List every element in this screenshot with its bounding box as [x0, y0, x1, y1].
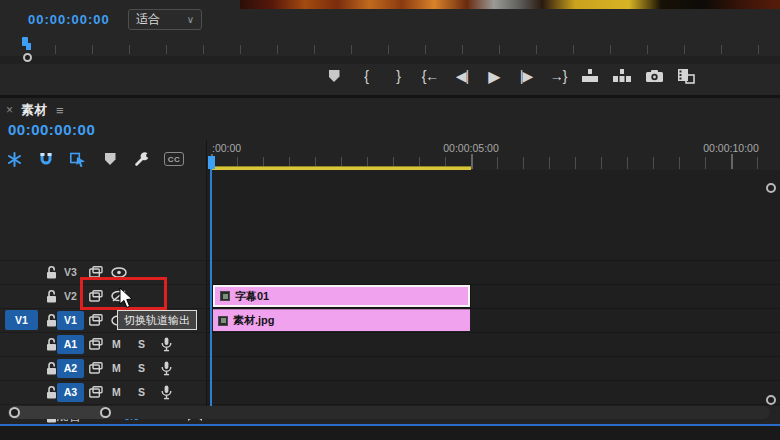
program-monitor-section: 00:00:00:00 适合 ∨ { } {← ◀| ▶ |▶ →}: [0, 0, 780, 95]
track-button-a3[interactable]: A3: [57, 383, 84, 402]
go-to-out-button[interactable]: →}: [549, 65, 567, 87]
mark-out-button[interactable]: }: [389, 65, 407, 87]
voiceover-mic-icon[interactable]: [158, 360, 174, 376]
marker-icon: [329, 70, 340, 82]
monitor-timecode[interactable]: 00:00:00:00: [28, 12, 110, 27]
timeline-playhead[interactable]: [208, 156, 215, 169]
lock-icon[interactable]: [44, 312, 58, 328]
clip-footage[interactable]: 素材.jpg: [213, 309, 470, 331]
bottom-strip: [0, 426, 780, 440]
lock-icon[interactable]: [44, 384, 58, 400]
step-back-button[interactable]: ◀|: [453, 65, 471, 87]
solo-button[interactable]: S: [138, 338, 145, 350]
mute-button[interactable]: M: [112, 362, 121, 374]
panel-close-icon[interactable]: ×: [6, 103, 13, 117]
export-frame-button[interactable]: [645, 65, 663, 87]
sync-lock-icon[interactable]: [88, 312, 104, 328]
ruler-label-5s: 00:00:05:00: [443, 142, 498, 154]
track-button-v1[interactable]: V1: [57, 311, 84, 330]
timeline-timecode[interactable]: 00:00:00:00: [8, 121, 95, 138]
monitor-scrollbar-handle[interactable]: [23, 53, 32, 62]
zoom-handle-left[interactable]: [9, 407, 20, 418]
track-header-a1: A1 M S: [0, 332, 207, 356]
chevron-down-icon: ∨: [187, 14, 194, 25]
lock-icon[interactable]: [44, 288, 58, 304]
vertical-scrollbar-bottom-handle[interactable]: [766, 395, 776, 405]
mouse-cursor: [119, 288, 134, 313]
track-header-a3: A3 M S: [0, 380, 207, 404]
go-to-in-button[interactable]: {←: [421, 65, 439, 87]
zoom-handle-right[interactable]: [100, 407, 111, 418]
monitor-ruler-ticks: [55, 45, 780, 54]
solo-button[interactable]: S: [138, 362, 145, 374]
panel-tab-bar: × 素材 ≡: [0, 100, 780, 120]
sync-lock-icon[interactable]: [88, 360, 104, 376]
lock-icon[interactable]: [44, 336, 58, 352]
fx-badge-icon: [220, 291, 230, 301]
clip-name: 字幕01: [235, 289, 269, 304]
track-header-column: V3 V2: [0, 140, 207, 406]
extract-button[interactable]: [613, 65, 631, 87]
voiceover-mic-icon[interactable]: [158, 384, 174, 400]
lift-icon: [582, 69, 598, 83]
horizontal-scrollbar-range[interactable]: [8, 406, 110, 419]
add-marker-button[interactable]: [325, 65, 343, 87]
track-header-a2: A2 M S: [0, 356, 207, 380]
fx-badge-icon: [218, 316, 228, 326]
track-button-a2[interactable]: A2: [57, 359, 84, 378]
timeline-track-area[interactable]: :00:00 00:00:05:00 00:00:10:00 字幕01: [207, 140, 780, 406]
premiere-window: 00:00:00:00 适合 ∨ { } {← ◀| ▶ |▶ →}: [0, 0, 780, 440]
step-forward-button[interactable]: |▶: [517, 65, 535, 87]
clip-subtitle[interactable]: 字幕01: [213, 285, 470, 307]
transport-toolbar: { } {← ◀| ▶ |▶ →}: [325, 64, 695, 88]
mark-in-button[interactable]: {: [357, 65, 375, 87]
voiceover-mic-icon[interactable]: [158, 336, 174, 352]
monitor-playhead-icon[interactable]: [22, 37, 31, 49]
work-area-bar[interactable]: [211, 166, 471, 170]
playhead-line: [210, 169, 212, 406]
camera-icon: [646, 70, 663, 82]
clip-name: 素材.jpg: [233, 313, 275, 328]
mute-button[interactable]: M: [112, 338, 121, 350]
mute-button[interactable]: M: [112, 386, 121, 398]
play-button[interactable]: ▶: [485, 65, 503, 87]
track-button-a1[interactable]: A1: [57, 335, 84, 354]
zoom-level-select[interactable]: 适合 ∨: [128, 9, 202, 30]
timeline-panel: × 素材 ≡ 00:00:00:00: [0, 98, 780, 424]
vertical-scrollbar-top-handle[interactable]: [766, 183, 776, 193]
ruler-label-0s: :00:00: [212, 142, 241, 154]
monitor-scrollbar-track[interactable]: [0, 56, 780, 64]
sync-lock-icon[interactable]: [88, 336, 104, 352]
sync-lock-icon[interactable]: [88, 384, 104, 400]
comparison-view-icon: [678, 69, 695, 84]
ruler-label-10s: 00:00:10:00: [703, 142, 758, 154]
solo-button[interactable]: S: [138, 386, 145, 398]
lock-icon[interactable]: [44, 360, 58, 376]
source-patch-v1[interactable]: V1: [5, 310, 38, 330]
program-video-frame: [240, 0, 780, 9]
comparison-view-button[interactable]: [677, 65, 695, 87]
monitor-time-ruler[interactable]: [0, 36, 780, 56]
zoom-level-value: 适合: [136, 11, 160, 28]
panel-tab-title[interactable]: 素材: [21, 102, 48, 119]
lift-button[interactable]: [581, 65, 599, 87]
horizontal-scrollbar[interactable]: [8, 406, 770, 419]
extract-icon: [613, 69, 631, 83]
tooltip-toggle-track-output: 切换轨道输出: [117, 310, 197, 330]
lock-icon[interactable]: [44, 264, 58, 280]
panel-menu-icon[interactable]: ≡: [56, 103, 64, 118]
